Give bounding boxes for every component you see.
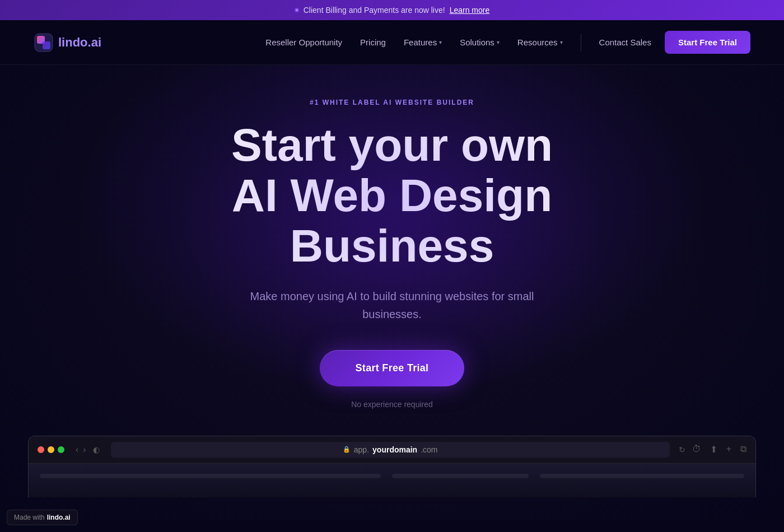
svg-rect-2 xyxy=(43,41,50,49)
browser-tabs-icon[interactable]: ⧉ xyxy=(740,444,746,455)
browser-history-icon[interactable]: ⏱ xyxy=(692,444,701,455)
browser-toolbar: ‹ › ◐ 🔒 app.yourdomain.com ↻ ⏱ ⬆ + ⧉ xyxy=(29,436,755,464)
browser-theme-icon: ◐ xyxy=(93,445,100,454)
nav-item-reseller[interactable]: Reseller Opportunity xyxy=(265,38,342,47)
nav-link-reseller[interactable]: Reseller Opportunity xyxy=(265,38,342,47)
hero-badge: #1 WHITE LABEL AI WEBSITE BUILDER xyxy=(310,99,474,106)
nav-item-solutions[interactable]: Solutions ▾ xyxy=(460,38,500,47)
hero-title: Start your own AI Web Design Business xyxy=(140,120,644,272)
browser-address-bar[interactable]: 🔒 app.yourdomain.com xyxy=(111,442,670,458)
hero-section: #1 WHITE LABEL AI WEBSITE BUILDER Start … xyxy=(0,65,784,520)
browser-back-icon[interactable]: ‹ xyxy=(76,445,78,455)
browser-content xyxy=(29,464,755,497)
browser-forward-icon[interactable]: › xyxy=(83,445,86,455)
browser-url-domain: yourdomain xyxy=(372,445,417,454)
nav-item-features[interactable]: Features ▾ xyxy=(404,38,442,47)
browser-right-icons: ⏱ ⬆ + ⧉ xyxy=(692,444,746,455)
nav-link-resources[interactable]: Resources ▾ xyxy=(517,38,563,47)
nav-divider xyxy=(581,34,581,52)
made-with-badge: Made with lindo.ai xyxy=(7,510,78,525)
browser-dot-minimize[interactable] xyxy=(48,446,54,453)
browser-content-bar-1 xyxy=(40,474,381,478)
nav-link-features[interactable]: Features ▾ xyxy=(404,38,442,47)
announcement-dot xyxy=(295,8,299,12)
announcement-bar: Client Billing and Payments are now live… xyxy=(0,0,784,20)
lock-icon: 🔒 xyxy=(343,446,351,453)
browser-url-suffix: .com xyxy=(421,445,437,454)
nav-link-pricing[interactable]: Pricing xyxy=(360,38,386,47)
main-nav: lindo.ai Reseller Opportunity Pricing Fe… xyxy=(0,20,784,65)
start-trial-button-hero[interactable]: Start Free Trial xyxy=(320,350,465,386)
chevron-down-icon: ▾ xyxy=(560,39,563,45)
contact-sales-link[interactable]: Contact Sales xyxy=(599,38,651,47)
browser-dots xyxy=(38,446,64,453)
hero-subtitle: Make money using AI to build stunning we… xyxy=(246,287,538,323)
chevron-down-icon: ▾ xyxy=(439,39,442,45)
announcement-link[interactable]: Learn more xyxy=(450,6,490,15)
announcement-text: Client Billing and Payments are now live… xyxy=(304,6,445,15)
browser-content-bar-3 xyxy=(540,474,744,478)
browser-new-tab-icon[interactable]: + xyxy=(726,444,731,455)
browser-refresh-icon[interactable]: ↻ xyxy=(679,445,685,454)
browser-nav-buttons: ‹ › xyxy=(76,445,86,455)
browser-dot-maximize[interactable] xyxy=(58,446,64,453)
start-trial-button-nav[interactable]: Start Free Trial xyxy=(665,31,750,54)
logo-icon xyxy=(34,32,54,53)
logo-text: lindo.ai xyxy=(58,35,101,50)
browser-url-prefix: app. xyxy=(354,445,369,454)
browser-mockup: ‹ › ◐ 🔒 app.yourdomain.com ↻ ⏱ ⬆ + ⧉ xyxy=(28,436,756,497)
logo[interactable]: lindo.ai xyxy=(34,32,101,53)
browser-share-icon[interactable]: ⬆ xyxy=(710,444,717,455)
nav-item-resources[interactable]: Resources ▾ xyxy=(517,38,563,47)
browser-dot-close[interactable] xyxy=(38,446,44,453)
nav-link-solutions[interactable]: Solutions ▾ xyxy=(460,38,500,47)
browser-content-bar-2 xyxy=(392,474,529,478)
chevron-down-icon: ▾ xyxy=(497,39,500,45)
nav-links: Reseller Opportunity Pricing Features ▾ … xyxy=(265,38,562,47)
nav-item-pricing[interactable]: Pricing xyxy=(360,38,386,47)
hero-note: No experience required xyxy=(351,400,433,409)
